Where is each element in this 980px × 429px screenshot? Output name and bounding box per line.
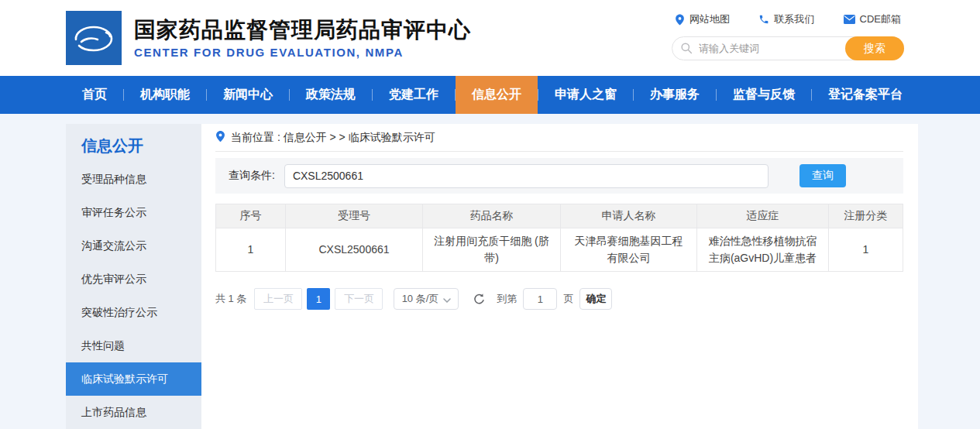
quick-link-mailbox[interactable]: CDE邮箱 <box>844 12 901 26</box>
location-pin-icon <box>675 14 685 26</box>
site-title: 国家药品监督管理局药品审评中心 <box>134 17 471 43</box>
confirm-page-button[interactable]: 确定 <box>579 288 612 310</box>
nav-item-home[interactable]: 首页 <box>66 76 123 114</box>
query-button[interactable]: 查询 <box>799 164 846 187</box>
sidebar: 信息公开 受理品种信息 审评任务公示 沟通交流公示 优先审评公示 突破性治疗公示… <box>66 124 201 429</box>
quick-link-label: 联系我们 <box>774 12 814 26</box>
prev-page-button[interactable]: 上一页 <box>254 288 302 310</box>
refresh-icon[interactable] <box>473 293 486 306</box>
cell-registration-category: 1 <box>829 228 903 272</box>
quick-link-contact[interactable]: 联系我们 <box>758 12 814 26</box>
nav-item-supervision-feedback[interactable]: 监督与反馈 <box>717 76 811 114</box>
nav-item-functions[interactable]: 机构职能 <box>124 76 206 114</box>
nav-item-policies[interactable]: 政策法规 <box>290 76 372 114</box>
sidebar-item-communication[interactable]: 沟通交流公示 <box>66 229 201 263</box>
sidebar-item-common-issues[interactable]: 共性问题 <box>66 329 201 362</box>
goto-page-input[interactable] <box>523 288 557 310</box>
query-condition-input[interactable] <box>284 164 769 188</box>
sidebar-title: 信息公开 <box>66 124 201 163</box>
nav-item-news[interactable]: 新闻中心 <box>207 76 289 114</box>
col-header-acceptance-number: 受理号 <box>286 204 423 228</box>
cde-logo-icon <box>66 11 122 65</box>
nav-item-registration-platform[interactable]: 登记备案平台 <box>812 76 919 114</box>
next-page-button[interactable]: 下一页 <box>335 288 383 310</box>
table-row: 1 CXSL2500661 注射用间充质干细胞 (脐带) 天津昂赛细胞基因工程 … <box>216 228 903 272</box>
sidebar-item-review-tasks[interactable]: 审评任务公示 <box>66 196 201 229</box>
query-condition-label: 查询条件: <box>229 169 275 183</box>
envelope-icon <box>844 15 855 24</box>
query-bar: 查询条件: 查询 <box>215 158 903 194</box>
quick-link-label: CDE邮箱 <box>860 12 901 26</box>
main-panel: 当前位置 : 信息公开 > > 临床试验默示许可 查询条件: 查询 序号 受理号… <box>215 124 918 429</box>
page-size-select[interactable]: 10 条/页 <box>394 288 459 310</box>
page: 国家药品监督管理局药品审评中心 CENTER FOR DRUG EVALUATI… <box>0 0 980 429</box>
chevron-down-icon <box>443 293 451 305</box>
col-header-index: 序号 <box>216 204 286 228</box>
col-header-drug-name: 药品名称 <box>423 204 561 228</box>
keyword-search-box: 搜索 <box>672 36 904 60</box>
cell-index: 1 <box>216 228 286 272</box>
cell-acceptance-number: CXSL2500661 <box>286 228 423 272</box>
nav-item-services[interactable]: 办事服务 <box>634 76 716 114</box>
cell-applicant-name: 天津昂赛细胞基因工程 有限公司 <box>561 228 697 272</box>
nav-item-info-disclosure[interactable]: 信息公开 <box>456 76 538 114</box>
goto-prefix: 到第 <box>497 292 517 306</box>
goto-suffix: 页 <box>563 292 573 306</box>
search-button[interactable]: 搜索 <box>845 36 904 60</box>
site-header: 国家药品监督管理局药品审评中心 CENTER FOR DRUG EVALUATI… <box>0 0 980 76</box>
sidebar-item-clinical-trial-implied-license[interactable]: 临床试验默示许可 <box>66 362 201 396</box>
cell-indication: 难治性急性移植物抗宿主病(aGvHD)儿童患者 <box>697 228 829 272</box>
header-right: 网站地图 联系我们 CDE邮箱 <box>672 12 904 60</box>
cde-logo[interactable] <box>66 11 122 65</box>
quick-link-label: 网站地图 <box>689 12 730 26</box>
page-number-button[interactable]: 1 <box>307 288 330 310</box>
page-size-label: 10 条/页 <box>402 292 439 306</box>
total-count: 共 1 条 <box>215 292 246 306</box>
col-header-indication: 适应症 <box>697 204 829 228</box>
nav-item-party-building[interactable]: 党建工作 <box>373 76 455 114</box>
cell-drug-name: 注射用间充质干细胞 (脐带) <box>423 228 561 272</box>
sidebar-item-priority-review[interactable]: 优先审评公示 <box>66 263 201 296</box>
location-pin-icon <box>215 130 225 145</box>
pagination: 共 1 条 上一页 1 下一页 10 条/页 到第 页 确定 <box>215 288 903 310</box>
quick-links: 网站地图 联系我们 CDE邮箱 <box>672 12 904 26</box>
search-icon <box>680 42 693 57</box>
breadcrumb: 当前位置 : 信息公开 > > 临床试验默示许可 <box>215 124 903 152</box>
sidebar-item-marketed-drugs[interactable]: 上市药品信息 <box>66 396 201 429</box>
results-table: 序号 受理号 药品名称 申请人名称 适应症 注册分类 1 CXSL2500661… <box>215 204 903 272</box>
site-subtitle: CENTER FOR DRUG EVALUATION, NMPA <box>134 46 471 59</box>
nav-item-applicant-window[interactable]: 申请人之窗 <box>538 76 633 114</box>
col-header-registration-category: 注册分类 <box>829 204 903 228</box>
breadcrumb-text: 当前位置 : 信息公开 > > 临床试验默示许可 <box>231 131 435 145</box>
content: 信息公开 受理品种信息 审评任务公示 沟通交流公示 优先审评公示 突破性治疗公示… <box>66 124 918 429</box>
phone-icon <box>758 14 769 25</box>
site-title-block: 国家药品监督管理局药品审评中心 CENTER FOR DRUG EVALUATI… <box>134 17 471 60</box>
sidebar-item-breakthrough-therapy[interactable]: 突破性治疗公示 <box>66 296 201 329</box>
col-header-applicant-name: 申请人名称 <box>561 204 697 228</box>
quick-link-sitemap[interactable]: 网站地图 <box>675 12 730 26</box>
main-nav: 首页 机构职能 新闻中心 政策法规 党建工作 信息公开 申请人之窗 办事服务 监… <box>0 76 980 114</box>
sidebar-item-accepted-varieties[interactable]: 受理品种信息 <box>66 163 201 196</box>
table-header-row: 序号 受理号 药品名称 申请人名称 适应症 注册分类 <box>216 204 903 228</box>
